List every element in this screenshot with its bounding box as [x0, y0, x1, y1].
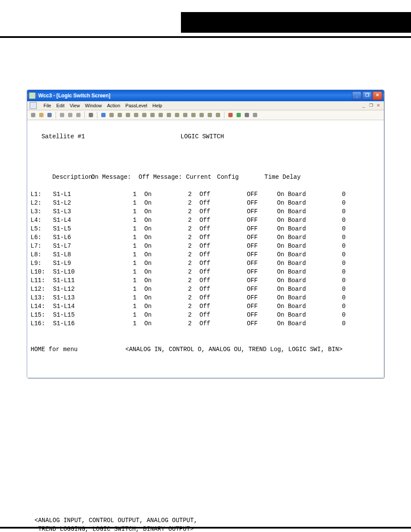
row-desc: S1-L14: [53, 302, 126, 311]
row-current: OFF: [247, 319, 269, 328]
row-desc: S1-L8: [53, 250, 126, 259]
row-config: On Board: [269, 233, 320, 242]
table-row[interactable]: L4: S1-L41On2OffOFFOn Board0: [27, 216, 384, 224]
row-off-key: 2: [181, 319, 192, 328]
copy-icon[interactable]: [67, 112, 74, 118]
table-row[interactable]: L12:S1-L121On2OffOFFOn Board0: [27, 285, 384, 293]
toolbar-separator: [224, 112, 224, 118]
row-desc: S1-L5: [53, 224, 126, 233]
table-row[interactable]: L11:S1-L111On2OffOFFOn Board0: [27, 276, 384, 285]
menu-file[interactable]: File: [44, 103, 51, 108]
row-config: On Board: [269, 207, 320, 216]
row-on-key: 1: [126, 311, 137, 319]
child-window-controls: _ ❐ ✕: [361, 103, 381, 109]
row-desc: S1-L12: [53, 285, 126, 293]
table-row[interactable]: L9: S1-L91On2OffOFFOn Board0: [27, 259, 384, 268]
svg-rect-0: [31, 113, 35, 117]
open-icon[interactable]: [38, 112, 45, 118]
child-close-button[interactable]: ✕: [375, 103, 381, 109]
row-current: OFF: [247, 233, 269, 242]
minimize-button[interactable]: _: [352, 91, 361, 100]
row-config: On Board: [269, 268, 320, 276]
tool-c-icon[interactable]: [125, 112, 131, 118]
row-label: L9:: [27, 259, 53, 268]
table-row[interactable]: L10:S1-L101On2OffOFFOn Board0: [27, 268, 384, 276]
menu-view[interactable]: View: [70, 103, 80, 108]
table-row[interactable]: L6: S1-L61On2OffOFFOn Board0: [27, 233, 384, 242]
star-icon[interactable]: [174, 112, 181, 118]
row-time-delay: 0: [320, 259, 367, 268]
svg-rect-24: [245, 113, 249, 117]
row-label: L8:: [27, 250, 53, 259]
stack-icon[interactable]: [252, 112, 258, 118]
wand-icon[interactable]: [182, 112, 189, 118]
chart-icon[interactable]: [215, 112, 221, 118]
table-row[interactable]: L14:S1-L141On2OffOFFOn Board0: [27, 302, 384, 311]
row-current: OFF: [247, 311, 269, 319]
svg-rect-10: [126, 113, 130, 117]
square-red-icon[interactable]: [227, 112, 234, 118]
table-row[interactable]: L5: S1-L51On2OffOFFOn Board0: [27, 224, 384, 233]
row-off-key: 2: [181, 285, 192, 293]
row-config: On Board: [269, 293, 320, 302]
row-config: On Board: [269, 224, 320, 233]
tool-e-icon[interactable]: [141, 112, 148, 118]
table-row[interactable]: L7: S1-L71On2OffOFFOn Board0: [27, 242, 384, 250]
row-off-val: Off: [192, 199, 247, 207]
row-off-key: 2: [181, 224, 192, 233]
menu-edit[interactable]: Edit: [56, 103, 65, 108]
gear-icon[interactable]: [243, 112, 250, 118]
row-on-val: On: [137, 216, 181, 224]
tool-g-icon[interactable]: [157, 112, 164, 118]
table-row[interactable]: L3: S1-L31On2OffOFFOn Board0: [27, 207, 384, 216]
tool-d-icon[interactable]: [133, 112, 140, 118]
table-row[interactable]: L15:S1-L151On2OffOFFOn Board0: [27, 311, 384, 319]
toolbar-separator: [84, 112, 85, 118]
new-icon[interactable]: [30, 112, 37, 118]
table-row[interactable]: L16:S1-L161On2OffOFFOn Board0: [27, 319, 384, 328]
window-title: Wcc3 - [Logic Switch Screen]: [38, 93, 110, 99]
row-config: On Board: [269, 285, 320, 293]
footer-nav: <ANALOG IN, CONTROL O, ANALOG OU, TREND …: [125, 345, 342, 354]
child-minimize-button[interactable]: _: [361, 103, 367, 109]
dot-green-icon[interactable]: [235, 112, 242, 118]
row-off-val: Off: [192, 319, 247, 328]
cut-icon[interactable]: [59, 112, 65, 118]
row-on-key: 1: [126, 250, 137, 259]
table-row[interactable]: L13:S1-L131On2OffOFFOn Board0: [27, 293, 384, 302]
row-on-val: On: [137, 285, 181, 293]
table-row[interactable]: L8: S1-L81On2OffOFFOn Board0: [27, 250, 384, 259]
row-current: OFF: [247, 207, 269, 216]
menu-help[interactable]: Help: [153, 103, 162, 108]
row-desc: S1-L15: [53, 311, 126, 319]
menu-action[interactable]: Action: [107, 103, 120, 108]
bolt-icon[interactable]: [198, 112, 205, 118]
close-button[interactable]: ✕: [373, 91, 382, 100]
toolbar: [27, 110, 384, 120]
table-row[interactable]: L1: S1-L11On2OffOFFOn Board0: [27, 190, 384, 199]
tool-f-icon[interactable]: [149, 112, 156, 118]
spark-icon[interactable]: [190, 112, 197, 118]
menu-passlevel[interactable]: PassLevel: [125, 103, 147, 108]
row-desc: S1-L1: [53, 190, 126, 199]
paste-icon[interactable]: [75, 112, 82, 118]
graph-icon[interactable]: [206, 112, 213, 118]
row-on-val: On: [137, 224, 181, 233]
print-icon[interactable]: [87, 112, 94, 118]
svg-rect-25: [253, 113, 257, 117]
row-label: L11:: [27, 276, 53, 285]
help-icon[interactable]: [100, 112, 107, 118]
col-on-message: On Message:: [91, 174, 131, 180]
tool-b-icon[interactable]: [116, 112, 123, 118]
row-time-delay: 0: [320, 242, 367, 250]
row-label: L13:: [27, 293, 53, 302]
tool-h-icon[interactable]: [165, 112, 172, 118]
menu-window[interactable]: Window: [85, 103, 102, 108]
table-row[interactable]: L2: S1-L21On2OffOFFOn Board0: [27, 199, 384, 207]
save-icon[interactable]: [46, 112, 53, 118]
child-maximize-button[interactable]: ❐: [368, 103, 374, 109]
row-off-val: Off: [192, 268, 247, 276]
content-area: Satellite #1 LOGIC SWITCH Description:On…: [27, 120, 384, 378]
maximize-button[interactable]: ❐: [362, 91, 372, 100]
tool-a-icon[interactable]: [108, 112, 115, 118]
